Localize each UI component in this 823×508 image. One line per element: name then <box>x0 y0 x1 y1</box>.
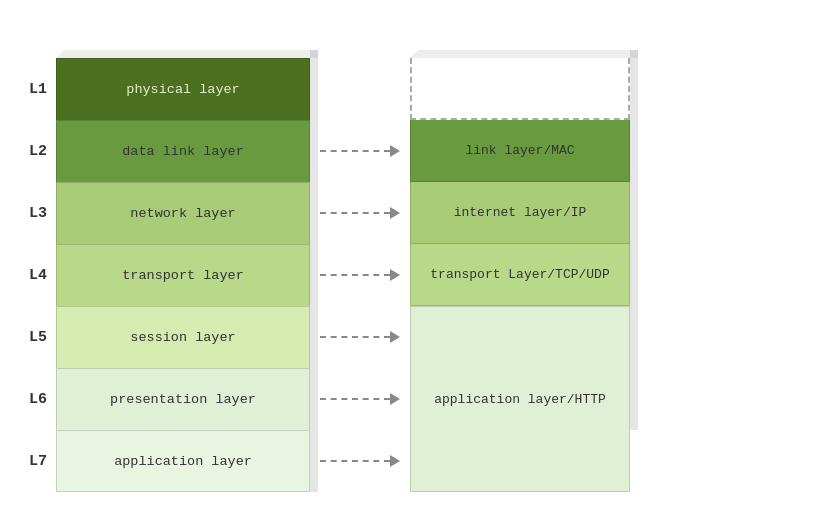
arrow-head-l5 <box>390 331 400 343</box>
arrow-row-l5 <box>310 306 410 368</box>
dashed-line-l6 <box>320 398 390 400</box>
layer-block-l6: presentation layer <box>56 368 310 430</box>
osi-layer-l1: L1physical layer <box>20 58 310 120</box>
arrow-row-l6 <box>310 368 410 430</box>
osi-layer-l3: L3network layer <box>20 182 310 244</box>
layer-block-l2: data link layer <box>56 120 310 182</box>
diagram-container: L7application layerL6presentation layerL… <box>0 0 823 508</box>
arrow-head-l2 <box>390 145 400 157</box>
arrow-head-l3 <box>390 207 400 219</box>
arrow-head-l6 <box>390 393 400 405</box>
layer-number-l5: L5 <box>20 306 56 368</box>
tcpip-layer-trans: transport Layer/TCP/UDP <box>410 244 630 306</box>
layer-number-l7: L7 <box>20 430 56 492</box>
dashed-arrow-l6 <box>320 393 400 405</box>
tcpip-layer-link: link layer/MAC <box>410 120 630 182</box>
dashed-line-l3 <box>320 212 390 214</box>
osi-layer-l7: L7application layer <box>20 430 310 492</box>
arrow-head-l4 <box>390 269 400 281</box>
layer-block-l7: application layer <box>56 430 310 492</box>
arrow-row-l7 <box>310 430 410 492</box>
arrow-row-l3 <box>310 182 410 244</box>
osi-layer-l2: L2data link layer <box>20 120 310 182</box>
osi-layer-l5: L5session layer <box>20 306 310 368</box>
layer-number-l6: L6 <box>20 368 56 430</box>
tcpip-layer-app: application layer/HTTP <box>410 306 630 492</box>
layer-number-l3: L3 <box>20 182 56 244</box>
tcpip-stack: application layer/HTTPtransport Layer/TC… <box>410 58 630 492</box>
tcpip-wrapper: application layer/HTTPtransport Layer/TC… <box>410 58 630 492</box>
layer-block-l5: session layer <box>56 306 310 368</box>
layer-number-l2: L2 <box>20 120 56 182</box>
dashed-arrow-l4 <box>320 269 400 281</box>
dashed-arrow-l7 <box>320 455 400 467</box>
layer-block-l1: physical layer <box>56 58 310 120</box>
layer-number-l4: L4 <box>20 244 56 306</box>
arrow-row-l2 <box>310 120 410 182</box>
dashed-arrow-l2 <box>320 145 400 157</box>
layer-block-l3: network layer <box>56 182 310 244</box>
osi-layer-l6: L6presentation layer <box>20 368 310 430</box>
tcpip-layer-inet: internet layer/IP <box>410 182 630 244</box>
layer-number-l1: L1 <box>20 58 56 120</box>
arrows-area <box>310 58 410 492</box>
osi-stack: L7application layerL6presentation layerL… <box>20 58 310 492</box>
dashed-line-l2 <box>320 150 390 152</box>
arrow-head-l7 <box>390 455 400 467</box>
dashed-line-l5 <box>320 336 390 338</box>
arrow-row-l4 <box>310 244 410 306</box>
arrow-row-l1 <box>310 58 410 120</box>
dashed-arrow-l5 <box>320 331 400 343</box>
osi-wrapper: L7application layerL6presentation layerL… <box>20 58 310 492</box>
dashed-line-l4 <box>320 274 390 276</box>
tcpip-layer-empty <box>410 58 630 120</box>
osi-layer-l4: L4transport layer <box>20 244 310 306</box>
layer-block-l4: transport layer <box>56 244 310 306</box>
dashed-line-l7 <box>320 460 390 462</box>
dashed-arrow-l3 <box>320 207 400 219</box>
